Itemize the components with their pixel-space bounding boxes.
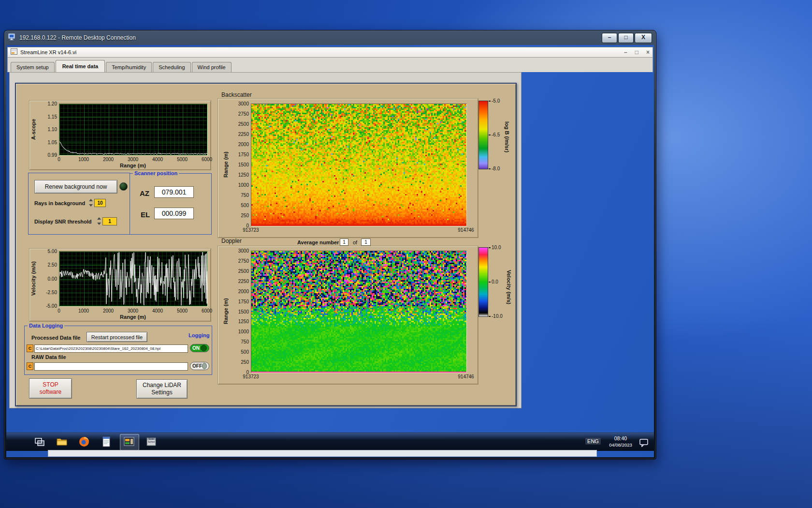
change-lidar-settings-button[interactable]: Change LiDAR Settings [136,379,188,399]
stop-button-line1: STOP [43,381,58,388]
change-button-line2: Settings [151,389,172,396]
app-close-button[interactable]: × [646,49,650,56]
velocity-plot-canvas [59,252,207,306]
raw-logging-toggle[interactable]: OFF [190,362,209,370]
doppler-graph: Range (m) 300027502500225020001750150012… [218,246,478,385]
tab-wind-profile[interactable]: Wind profile [192,62,232,72]
toggle-knob [202,363,207,369]
tab-system-setup[interactable]: System setup [11,62,55,72]
clock-time: 08:40 [605,435,637,442]
notepad-icon[interactable] [100,435,113,448]
streamline-app-icon[interactable] [123,435,135,448]
tick-label: 6000 [202,308,212,314]
el-value-field[interactable]: 000.099 [154,208,194,219]
raw-path-drive-button[interactable]: C [27,362,33,370]
processed-data-file-label: Processed Data file [31,335,81,341]
average-number-field[interactable]: 1 [340,239,348,246]
az-value-field[interactable]: 079.001 [154,186,194,198]
explorer-folder-icon[interactable] [56,435,68,448]
stop-button-line2: software [40,388,61,396]
tick-label: 2000 [238,142,249,147]
snr-threshold-label: Display SNR threshold [34,219,92,224]
firefox-icon[interactable] [78,435,90,448]
app-titlebar[interactable]: StreamLine XR v14-6.vi – □ × [7,47,653,58]
tick-label: 750 [241,193,249,198]
off-label: OFF [192,363,202,369]
app-minimize-button[interactable]: – [624,49,627,56]
tick-label: 1.05 [48,140,57,145]
velocity-plot-area [59,251,208,307]
tick-label: 500 [241,203,249,208]
tab-temp-humidity[interactable]: Temp/humidity [106,62,152,72]
velocity-x-ticks: 0100020003000400050006000 [59,308,207,314]
app-restore-button[interactable]: □ [635,49,638,56]
raw-data-file-label: RAW Data file [31,354,66,360]
rdp-maximize-button[interactable]: □ [618,33,634,43]
processed-logging-toggle[interactable]: ON [190,344,209,352]
tick-label: 1.20 [48,101,57,106]
average-count-field[interactable]: 1 [361,239,371,246]
local-taskbar-peek[interactable] [48,450,597,457]
rdp-titlebar[interactable]: 192.168.0.122 - Remote Desktop Connectio… [4,30,656,45]
rays-value-field[interactable]: 10 [94,199,106,207]
tick-label: 1500 [238,309,249,314]
a-scope-y-axis-label: A-scope [30,104,37,155]
velocity-y-axis-label: Velocity (m/s) [30,251,37,306]
language-indicator[interactable]: ENG [585,438,601,445]
backscatter-y-axis-label: Range (m) [223,104,230,225]
snr-value-field[interactable]: 1 [102,217,117,225]
backscatter-colorbar-label: log B (/m/sr) [503,101,510,173]
processed-path-drive-button[interactable]: C [27,344,33,352]
scanner-position-title: Scanner position [133,170,179,176]
backscatter-x-end: 914746 [458,227,474,233]
doppler-x-end: 914746 [458,374,474,379]
stop-software-button[interactable]: STOP software [29,378,72,399]
doppler-colorbar-label: Velocity (m/s) [505,248,512,326]
backscatter-y-ticks: 3000275025002250200017501500125010007505… [232,101,249,228]
restart-processed-file-button[interactable]: Restart processed file [87,332,147,342]
backscatter-x-ticks: 913723 914746 [251,227,466,233]
tick-label: 1750 [238,299,249,304]
doppler-x-ticks: 913723 914746 [251,374,466,380]
tick-label: -5.00 [46,303,57,309]
tick-label: 2000 [238,289,249,294]
on-label: ON [192,345,200,351]
doppler-y-ticks: 3000275025002250200017501500125010007505… [232,248,249,375]
tick-label: -2.50 [46,290,57,295]
app-title: StreamLine XR v14-6.vi [20,49,76,55]
scan-scheduler-icon[interactable]: Scan Sched [145,435,158,448]
rdp-close-button[interactable]: X [635,33,652,43]
vi-icon [11,48,17,57]
velocity-x-axis-label: Range (m) [59,314,207,320]
clock[interactable]: 08:40 04/08/2023 [605,435,637,448]
raw-path-field[interactable] [34,362,188,371]
background-controls-box: Renew background now Rays in background … [28,173,130,235]
tick-label: 1250 [238,172,249,178]
tick-label: 2250 [238,279,249,284]
tick-label: 3000 [128,157,138,162]
renew-background-button[interactable]: Renew background now [34,180,117,194]
notification-bubble-icon[interactable] [638,436,650,449]
tick-label: 5000 [177,308,188,314]
snr-spinner[interactable] [97,217,101,225]
tab-scheduling[interactable]: Scheduling [153,62,190,72]
remote-desktop: StreamLine XR v14-6.vi – □ × System setu… [6,45,654,457]
a-scope-y-ticks: 1.201.151.101.050.99 [41,101,57,155]
rdp-minimize-button[interactable]: – [602,33,617,43]
tick-label: -10.0 [489,314,503,319]
tick-label: 0.0 [489,279,498,284]
tab-real-time-data[interactable]: Real time data [56,60,105,72]
rays-in-background-label: Rays in background [34,200,85,206]
a-scope-plot-canvas [59,104,207,155]
a-scope-x-ticks: 0100020003000400050006000 [59,157,207,163]
task-view-icon[interactable] [33,435,46,448]
data-logging-title: Data Logging [28,323,64,329]
backscatter-colorbar-ticks: -5.0-6.5-8.0 [489,98,501,171]
backscatter-graph: Range (m) 300027502500225020001750150012… [218,98,478,238]
el-label: EL [141,210,150,219]
tick-label: 0.99 [48,152,57,158]
processed-path-field[interactable]: C:\Lidar\Data\Proc\2023\202308\20230804\… [34,344,188,353]
tick-label: 1000 [238,182,249,188]
backscatter-canvas [251,104,466,226]
rays-spinner[interactable] [88,199,93,207]
